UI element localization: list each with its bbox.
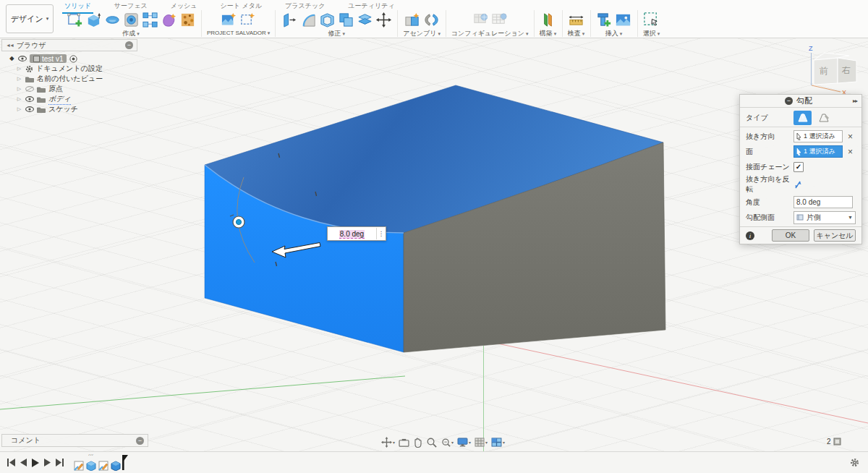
visibility-eye-icon[interactable] — [25, 106, 34, 112]
go-to-end-button[interactable] — [56, 459, 64, 466]
caret-collapsed-icon[interactable]: ▷ — [16, 76, 22, 82]
grid-snaps-tool[interactable]: ▾ — [475, 438, 488, 447]
ok-button[interactable]: OK — [772, 229, 809, 242]
visibility-eye-icon[interactable] — [25, 96, 34, 102]
construct-plane-icon[interactable] — [540, 10, 557, 29]
step-forward-button[interactable] — [44, 459, 51, 466]
pull-direction-selection-field[interactable]: 1 選択済み — [793, 130, 843, 142]
create-sketch-icon[interactable] — [66, 10, 83, 29]
modify-dropdown[interactable]: 修正▾ — [328, 29, 346, 38]
project-image-icon[interactable] — [221, 11, 238, 30]
step-back-button[interactable] — [20, 459, 27, 466]
caret-collapsed-icon[interactable]: ▷ — [16, 66, 22, 72]
pan-hand-tool[interactable] — [413, 438, 422, 448]
pattern-icon[interactable] — [141, 10, 158, 29]
cancel-button[interactable]: キャンセル — [814, 229, 856, 242]
timeline-playhead[interactable] — [120, 454, 129, 471]
angle-manipulator-input[interactable]: 8.0 deg ⋮ — [327, 226, 386, 241]
angle-value[interactable]: 8.0 deg — [328, 230, 376, 238]
create-form-icon[interactable] — [160, 10, 177, 29]
display-settings-tool[interactable]: ▾ — [457, 438, 471, 447]
timeline-draft-feature-selected[interactable] — [111, 460, 121, 471]
kebab-menu-icon[interactable]: ⋮ — [376, 228, 386, 239]
new-component-icon[interactable] — [404, 10, 421, 29]
configure-dropdown[interactable]: コンフィギュレーション▾ — [451, 29, 529, 38]
configuration-icon[interactable] — [472, 10, 489, 29]
caret-collapsed-icon[interactable]: ▷ — [16, 106, 22, 112]
texture-icon[interactable] — [179, 10, 196, 29]
comments-panel[interactable]: コメント − — [1, 434, 148, 447]
y-axis-line — [0, 376, 405, 409]
flip-direction-icon[interactable] — [793, 180, 802, 189]
draft-type-parting-line-button[interactable] — [814, 111, 833, 125]
tree-item-named-views[interactable]: ▷ 名前の付いたビュー — [1, 74, 137, 84]
tree-item-root[interactable]: ◼ test v1 — [1, 54, 137, 64]
angle-input[interactable] — [793, 196, 853, 208]
zoom-tool[interactable] — [426, 437, 437, 448]
faces-selection-field[interactable]: 1 選択済み — [793, 145, 843, 158]
minimize-panel-icon[interactable]: − — [125, 41, 133, 49]
move-copy-icon[interactable] — [375, 10, 392, 29]
clear-selection-icon[interactable]: × — [848, 148, 853, 156]
view-cube-right-label[interactable]: 右 — [841, 65, 851, 75]
assemble-dropdown[interactable]: アセンブリ▾ — [403, 29, 441, 38]
expand-dialog-icon[interactable]: ▸▸ — [853, 98, 857, 104]
play-button[interactable] — [32, 459, 39, 467]
inspect-dropdown[interactable]: 検査▾ — [568, 29, 585, 38]
caret-collapsed-icon[interactable]: ▷ — [16, 96, 22, 102]
orbit-tool[interactable]: ▾ — [381, 437, 395, 448]
select-dropdown[interactable]: 選択▾ — [643, 29, 660, 38]
hole-icon[interactable] — [122, 10, 140, 29]
split-body-icon[interactable] — [356, 10, 373, 29]
dialog-header[interactable]: − 勾配 ▸▸ — [740, 95, 861, 108]
look-at-tool[interactable] — [399, 438, 409, 447]
timeline-sketch-feature[interactable] — [98, 460, 109, 471]
fillet-icon[interactable] — [299, 10, 317, 29]
tree-item-bodies[interactable]: ▷ ボディ — [1, 94, 137, 104]
revolve-icon[interactable] — [103, 10, 121, 29]
tree-item-origin[interactable]: ▷ 原点 — [1, 84, 137, 94]
timeline-sketch-feature[interactable] — [74, 460, 84, 471]
clear-selection-icon[interactable]: × — [848, 132, 853, 141]
draft-side-select[interactable]: 片側 ▼ — [793, 211, 856, 224]
caret-expanded-icon[interactable]: ◼ — [7, 54, 16, 63]
extrude-icon[interactable] — [85, 10, 102, 29]
minimize-panel-icon[interactable]: − — [136, 437, 144, 445]
viewport-canvas[interactable]: ◄◄ ブラウザ − ◼ test v1 ▷ ドキュメントの設定 — [0, 38, 868, 452]
visibility-off-eye-icon[interactable] — [25, 86, 34, 92]
info-icon[interactable]: i — [746, 231, 754, 240]
dialog-minus-icon[interactable]: − — [785, 97, 793, 105]
timeline-settings-gear-icon[interactable] — [850, 458, 859, 467]
timeline-bar: ′′′ — [0, 451, 868, 473]
construct-dropdown[interactable]: 構築▾ — [540, 29, 557, 38]
collapse-panel-icon[interactable]: ◄◄ — [6, 43, 13, 48]
design-workspace-menu[interactable]: デザイン ▾ — [6, 4, 54, 33]
root-document-pill[interactable]: test v1 — [30, 54, 67, 63]
project-salvador-dropdown[interactable]: PROJECT SALVADOR▾ — [207, 30, 270, 36]
active-component-radio-icon[interactable] — [69, 55, 77, 63]
insert-fastener-icon[interactable] — [596, 10, 613, 29]
joint-icon[interactable] — [422, 10, 440, 29]
timeline-extrude-feature[interactable] — [86, 460, 96, 471]
insert-image-icon[interactable] — [615, 10, 632, 29]
viewports-tool[interactable]: ▾ — [491, 438, 505, 447]
go-to-start-button[interactable] — [7, 459, 15, 466]
combine-icon[interactable] — [337, 10, 354, 29]
configuration-table-icon[interactable] — [490, 10, 508, 29]
project-sketch-icon[interactable] — [239, 11, 257, 30]
tree-item-sketches[interactable]: ▷ スケッチ — [1, 104, 137, 114]
shell-icon[interactable] — [318, 10, 336, 29]
view-cube-front-label[interactable]: 前 — [820, 66, 828, 76]
create-dropdown[interactable]: 作成▾ — [122, 29, 140, 38]
tangent-chain-checkbox[interactable]: ✓ — [793, 162, 804, 172]
view-cube[interactable]: Z 前 右 X — [800, 41, 867, 98]
insert-dropdown[interactable]: 挿入▾ — [605, 29, 623, 38]
press-pull-icon[interactable] — [281, 10, 298, 29]
measure-icon[interactable] — [568, 10, 585, 29]
draft-type-fixed-plane-button[interactable] — [793, 111, 812, 125]
tree-item-document-settings[interactable]: ▷ ドキュメントの設定 — [1, 64, 137, 74]
select-icon[interactable] — [643, 10, 660, 29]
visibility-eye-icon[interactable] — [18, 56, 27, 61]
caret-collapsed-icon[interactable]: ▷ — [16, 86, 22, 92]
fit-zoom-tool[interactable]: ▾ — [441, 438, 454, 448]
